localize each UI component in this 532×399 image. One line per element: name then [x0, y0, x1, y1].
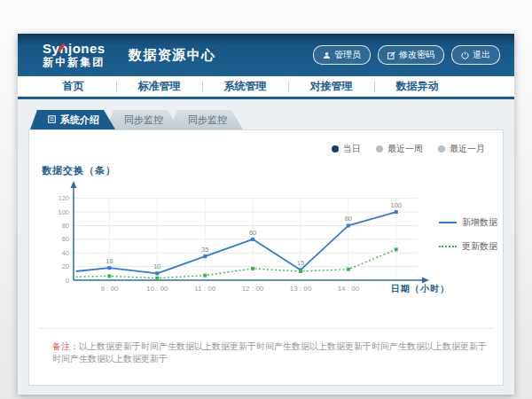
- logo-text-en: Synjones: [43, 42, 106, 57]
- app-window: Synjones 新中新集团 数据资源中心 管理员 修改密码: [18, 34, 514, 395]
- note-label: 备注：: [52, 341, 79, 351]
- svg-text:0: 0: [66, 277, 69, 285]
- svg-text:13 : 00: 13 : 00: [290, 285, 312, 293]
- legend-line-sample-dotted: [439, 246, 457, 247]
- svg-text:80: 80: [62, 222, 69, 230]
- svg-text:60: 60: [62, 235, 69, 243]
- svg-text:10: 10: [153, 262, 160, 270]
- radio-dot: [438, 145, 445, 153]
- svg-text:11 : 00: 11 : 00: [194, 285, 215, 293]
- edit-icon: [387, 51, 395, 59]
- svg-text:20: 20: [62, 262, 69, 270]
- change-password-button[interactable]: 修改密码: [378, 45, 444, 65]
- radio-last-week[interactable]: 最近一周: [376, 143, 423, 155]
- tab-label: 系统介绍: [60, 113, 99, 127]
- radio-today-label: 当日: [343, 143, 361, 155]
- tab-system-intro[interactable]: 系统介绍: [30, 110, 115, 129]
- logout-button[interactable]: 退出: [451, 45, 500, 65]
- nav-item-standard-mgmt[interactable]: 标准管理: [116, 76, 202, 97]
- tab-sync-monitor-1[interactable]: 同步监控: [106, 110, 179, 129]
- line-chart: 0204060801001209 : 0010 : 0011 : 0012 : …: [45, 179, 435, 296]
- legend-item-new-data: 新增数据: [439, 216, 497, 229]
- radio-last-month[interactable]: 最近一月: [438, 143, 485, 155]
- nav-item-data-change[interactable]: 数据异动: [374, 76, 460, 97]
- legend-item-update-data: 更新数据: [439, 240, 497, 253]
- legend-label-new-data: 新增数据: [462, 216, 497, 229]
- radio-last-week-label: 最近一周: [387, 143, 423, 155]
- radio-dot: [376, 145, 383, 153]
- svg-text:9 : 00: 9 : 00: [100, 285, 119, 293]
- user-button-label: 管理员: [334, 49, 361, 61]
- user-button[interactable]: 管理员: [313, 45, 371, 65]
- svg-text:60: 60: [249, 229, 256, 237]
- svg-text:18: 18: [106, 257, 113, 265]
- change-password-label: 修改密码: [399, 49, 434, 61]
- svg-text:120: 120: [58, 194, 69, 202]
- tab-bar: 系统介绍 同步监控 同步监控: [30, 110, 504, 129]
- tab-label: 同步监控: [188, 113, 227, 127]
- legend-label-update-data: 更新数据: [462, 240, 497, 253]
- main-nav: 首页 标准管理 系统管理 对接管理 数据异动: [18, 76, 514, 99]
- content-area: 系统介绍 同步监控 同步监控 当日 最近一周: [18, 99, 514, 395]
- logo-text-cn: 新中新集团: [43, 57, 106, 68]
- radio-today[interactable]: 当日: [332, 143, 361, 155]
- app-header: Synjones 新中新集团 数据资源中心 管理员 修改密码: [18, 34, 514, 76]
- chart-legend: 新增数据 更新数据: [439, 216, 497, 253]
- svg-text:15: 15: [297, 259, 304, 267]
- radio-last-month-label: 最近一月: [450, 143, 485, 155]
- logout-label: 退出: [473, 49, 490, 61]
- svg-text:100: 100: [390, 201, 402, 209]
- nav-item-integration-mgmt[interactable]: 对接管理: [288, 76, 374, 97]
- svg-text:80: 80: [345, 215, 352, 223]
- radio-selected-dot: [332, 145, 339, 153]
- company-logo[interactable]: Synjones 新中新集团: [43, 42, 106, 68]
- chart-x-axis-title: 日期（小时）: [391, 283, 450, 295]
- chart-area: 0204060801001209 : 0010 : 0011 : 0012 : …: [29, 179, 503, 314]
- power-icon: [461, 51, 469, 59]
- nav-item-home[interactable]: 首页: [30, 76, 116, 97]
- svg-text:10 : 00: 10 : 00: [146, 285, 168, 293]
- tab-label: 同步监控: [124, 113, 163, 127]
- page-title: 数据资源中心: [129, 47, 216, 64]
- chart-y-axis-title: 数据交换（条）: [42, 164, 503, 177]
- svg-text:100: 100: [58, 208, 69, 216]
- svg-text:40: 40: [62, 249, 69, 257]
- header-actions: 管理员 修改密码 退出: [313, 45, 500, 65]
- content-panel: 当日 最近一周 最近一月 数据交换（条） 0204060801001209 : …: [28, 129, 504, 386]
- footer-note: 备注：以上数据更新于时间产生数据以上数据更新于时间产生数据以上数据更新于时间产生…: [38, 328, 494, 369]
- document-icon: [48, 114, 56, 125]
- svg-text:14 : 00: 14 : 00: [338, 285, 360, 293]
- user-icon: [323, 51, 331, 59]
- svg-text:12 : 00: 12 : 00: [242, 285, 264, 293]
- svg-text:35: 35: [201, 246, 208, 254]
- nav-item-system-mgmt[interactable]: 系统管理: [202, 76, 288, 97]
- legend-line-sample-solid: [439, 222, 457, 223]
- time-range-filter: 当日 最近一周 最近一月: [29, 136, 503, 155]
- tab-sync-monitor-2[interactable]: 同步监控: [170, 110, 243, 129]
- note-text: 以上数据更新于时间产生数据以上数据更新于时间产生数据以上数据更新于时间产生数据以…: [52, 341, 487, 364]
